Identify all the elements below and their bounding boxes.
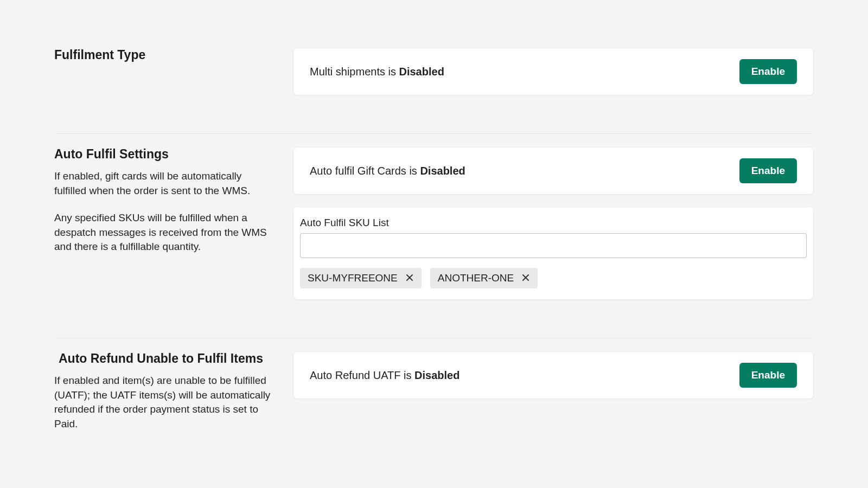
close-icon	[405, 273, 414, 284]
auto-fulfil-gift-status: Auto fulfil Gift Cards is Disabled	[310, 165, 465, 177]
section-fulfilment-type: Fulfilment Type Multi shipments is Disab…	[54, 48, 814, 120]
remove-sku-tag-button[interactable]	[520, 273, 531, 284]
close-icon	[521, 273, 530, 284]
settings-container: Fulfilment Type Multi shipments is Disab…	[0, 0, 868, 453]
auto-fulfil-sku-label: Auto Fulfil SKU List	[300, 217, 807, 229]
fulfilment-type-card: Multi shipments is Disabled Enable	[293, 48, 814, 95]
auto-fulfil-title: Auto Fulfil Settings	[54, 147, 271, 162]
remove-sku-tag-button[interactable]	[404, 273, 415, 284]
auto-refund-status: Auto Refund UATF is Disabled	[310, 369, 459, 382]
sku-tag-label: SKU-MYFREEONE	[308, 272, 398, 284]
auto-fulfil-gift-card: Auto fulfil Gift Cards is Disabled Enabl…	[293, 147, 814, 195]
auto-refund-title: Auto Refund Unable to Fulfil Items	[59, 351, 271, 366]
sku-tag-label: ANOTHER-ONE	[438, 272, 514, 284]
auto-refund-description: If enabled and item(s) are unable to be …	[54, 374, 271, 431]
section-auto-refund: Auto Refund Unable to Fulfil Items If en…	[54, 338, 814, 431]
sku-tags: SKU-MYFREEONE ANOTHER-ONE	[300, 268, 807, 288]
auto-fulfil-sku-input[interactable]	[300, 233, 807, 258]
auto-fulfil-description: If enabled, gift cards will be automatic…	[54, 169, 271, 254]
auto-refund-card: Auto Refund UATF is Disabled Enable	[293, 351, 814, 399]
section-auto-fulfil: Auto Fulfil Settings If enabled, gift ca…	[54, 133, 814, 325]
enable-multi-shipments-button[interactable]: Enable	[739, 59, 797, 84]
auto-fulfil-sku-card: Auto Fulfil SKU List SKU-MYFREEONE ANOTH…	[293, 207, 814, 300]
enable-auto-fulfil-gift-button[interactable]: Enable	[739, 158, 797, 183]
fulfilment-type-title: Fulfilment Type	[54, 48, 271, 62]
enable-auto-refund-button[interactable]: Enable	[739, 363, 797, 388]
sku-tag: SKU-MYFREEONE	[300, 268, 422, 288]
multi-shipments-status: Multi shipments is Disabled	[310, 66, 444, 78]
sku-tag: ANOTHER-ONE	[430, 268, 538, 288]
